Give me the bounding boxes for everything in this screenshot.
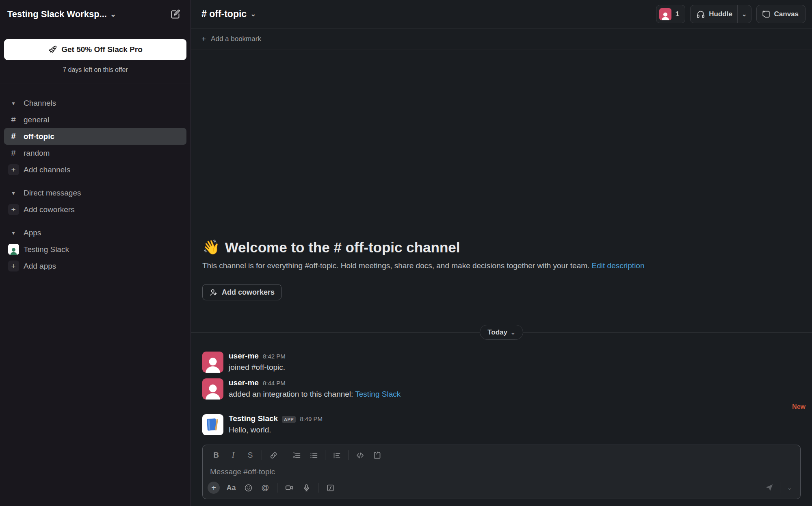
plus-icon: + bbox=[8, 204, 19, 215]
text-format-toggle[interactable]: Aa bbox=[224, 481, 238, 494]
mention-button[interactable]: @ bbox=[258, 481, 273, 494]
audio-clip-button[interactable] bbox=[299, 481, 314, 494]
emoji-button[interactable] bbox=[241, 481, 256, 494]
notebook-icon bbox=[205, 417, 221, 433]
chevron-down-icon: ⌄ bbox=[110, 10, 116, 19]
avatar[interactable] bbox=[202, 378, 223, 400]
app-label: Testing Slack bbox=[24, 245, 69, 254]
canvas-label: Canvas bbox=[774, 10, 799, 18]
video-clip-button[interactable] bbox=[282, 481, 297, 494]
send-button[interactable] bbox=[762, 481, 777, 494]
slash-commands-button[interactable] bbox=[323, 481, 338, 494]
message-text: Hello, world. bbox=[229, 426, 323, 434]
message-history: 👋 Welcome to the # off-topic channel Thi… bbox=[191, 50, 812, 506]
message-timestamp[interactable]: 8:49 PM bbox=[300, 415, 323, 422]
code-button[interactable] bbox=[352, 449, 368, 462]
person-icon bbox=[660, 11, 670, 20]
chevron-down-icon[interactable]: ▾ bbox=[7, 100, 19, 106]
sidebar-item-testing-slack-app[interactable]: Testing Slack bbox=[4, 241, 186, 258]
welcome-description: This channel is for everything #off-topi… bbox=[202, 261, 801, 271]
plus-icon: + bbox=[8, 261, 19, 271]
pro-button-label: Get 50% Off Slack Pro bbox=[61, 45, 143, 54]
compose-icon bbox=[170, 9, 181, 20]
hash-icon: # bbox=[7, 148, 19, 158]
add-coworkers-button[interactable]: Add coworkers bbox=[202, 284, 281, 300]
date-label: Today bbox=[487, 328, 507, 337]
message-input[interactable] bbox=[203, 463, 800, 479]
blockquote-button[interactable] bbox=[329, 449, 344, 462]
hash-icon: # bbox=[7, 115, 19, 124]
main-pane: # off-topic ⌄ 1 bbox=[191, 0, 812, 506]
message-timestamp[interactable]: 8:44 PM bbox=[263, 380, 286, 387]
message-author[interactable]: user-me bbox=[229, 378, 259, 387]
strikethrough-button[interactable]: S bbox=[243, 449, 258, 462]
member-avatar bbox=[659, 8, 671, 20]
italic-button[interactable]: I bbox=[225, 449, 241, 462]
app-avatar bbox=[8, 244, 19, 255]
message-row[interactable]: Testing Slack APP 8:49 PM Hello, world. bbox=[202, 411, 801, 438]
sidebar: Testing Slack Worksp... ⌄ bbox=[0, 0, 191, 506]
chevron-down-icon: ⌄ bbox=[250, 10, 256, 18]
huddle-button[interactable]: Huddle bbox=[691, 5, 737, 23]
chevron-down-icon[interactable]: ▾ bbox=[7, 190, 19, 196]
app-avatar[interactable] bbox=[202, 414, 223, 435]
schedule-send-button[interactable]: ⌄ bbox=[784, 484, 795, 491]
message-text: joined #off-topic. bbox=[229, 363, 286, 372]
formatting-toolbar: B I S bbox=[203, 445, 800, 463]
add-bookmark-label: Add a bookmark bbox=[211, 35, 261, 43]
date-divider-button[interactable]: Today ⌄ bbox=[480, 325, 523, 340]
chevron-down-icon: ⌄ bbox=[511, 329, 515, 336]
code-block-button[interactable] bbox=[369, 449, 385, 462]
wave-emoji: 👋 bbox=[202, 239, 220, 256]
add-apps-button[interactable]: + Add apps bbox=[4, 258, 186, 274]
message-row[interactable]: user-me 8:44 PM added an integration to … bbox=[202, 376, 801, 402]
add-bookmark-button[interactable]: + Add a bookmark bbox=[191, 28, 812, 50]
message-timestamp[interactable]: 8:42 PM bbox=[263, 353, 286, 360]
welcome-title-text: Welcome to the # off-topic channel bbox=[225, 239, 460, 256]
member-count: 1 bbox=[676, 10, 679, 18]
dms-section-header[interactable]: ▾ Direct messages bbox=[4, 185, 186, 201]
ordered-list-button[interactable] bbox=[289, 449, 304, 462]
attach-button[interactable]: + bbox=[208, 482, 220, 494]
avatar[interactable] bbox=[202, 352, 223, 373]
bold-button[interactable]: B bbox=[208, 449, 224, 462]
chevron-down-icon[interactable]: ▾ bbox=[7, 230, 19, 236]
get-slack-pro-button[interactable]: Get 50% Off Slack Pro bbox=[4, 39, 186, 60]
channels-section-header[interactable]: ▾ Channels bbox=[4, 95, 186, 111]
link-button[interactable] bbox=[266, 449, 281, 462]
divider bbox=[285, 450, 285, 460]
members-button[interactable]: 1 bbox=[656, 5, 685, 23]
workspace-header: Testing Slack Worksp... ⌄ bbox=[0, 0, 191, 28]
divider bbox=[325, 450, 325, 460]
message-text: added an integration to this channel: Te… bbox=[229, 390, 401, 399]
bulleted-list-button[interactable] bbox=[306, 449, 321, 462]
canvas-icon bbox=[762, 10, 771, 19]
channel-title[interactable]: # off-topic bbox=[201, 9, 247, 20]
add-coworkers-button-label: Add coworkers bbox=[222, 288, 275, 297]
message-row[interactable]: user-me 8:42 PM joined #off-topic. bbox=[202, 349, 801, 376]
edit-description-link[interactable]: Edit description bbox=[592, 261, 645, 270]
new-divider-line bbox=[191, 407, 787, 407]
message-author[interactable]: Testing Slack bbox=[229, 414, 278, 423]
message-author[interactable]: user-me bbox=[229, 352, 259, 360]
compose-button[interactable] bbox=[166, 5, 185, 24]
channel-description-text: This channel is for everything #off-topi… bbox=[202, 261, 589, 270]
hash-icon: # bbox=[7, 132, 19, 141]
apps-section-header[interactable]: ▾ Apps bbox=[4, 224, 186, 241]
canvas-button[interactable]: Canvas bbox=[756, 5, 806, 23]
sidebar-item-random[interactable]: # random bbox=[4, 145, 186, 161]
sidebar-item-off-topic[interactable]: # off-topic bbox=[4, 128, 186, 145]
add-channels-label: Add channels bbox=[24, 165, 70, 174]
add-channels-button[interactable]: + Add channels bbox=[4, 161, 186, 178]
workspace-name[interactable]: Testing Slack Worksp... bbox=[7, 9, 107, 20]
huddle-label: Huddle bbox=[709, 10, 732, 18]
huddle-options-button[interactable]: ⌄ bbox=[738, 5, 751, 23]
person-plus-icon bbox=[209, 288, 218, 297]
add-coworkers-sidebar-button[interactable]: + Add coworkers bbox=[4, 201, 186, 218]
rocket-icon bbox=[48, 45, 57, 54]
sidebar-nav: ▾ Channels # general # off-topic # rando… bbox=[0, 83, 191, 274]
slack-app: Testing Slack Worksp... ⌄ bbox=[0, 0, 812, 506]
integration-link[interactable]: Testing Slack bbox=[355, 390, 401, 398]
add-apps-label: Add apps bbox=[24, 262, 56, 271]
sidebar-item-general[interactable]: # general bbox=[4, 111, 186, 128]
